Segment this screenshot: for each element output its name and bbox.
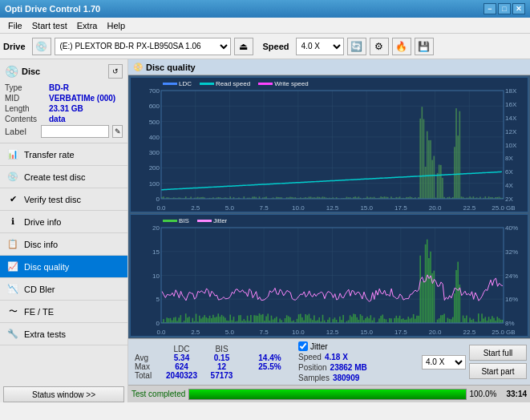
- nav-disc-quality-label: Disc quality: [24, 262, 69, 272]
- nav-drive-info[interactable]: ℹ Drive info: [0, 211, 127, 233]
- max-bis: 12: [204, 362, 240, 371]
- menu-help[interactable]: Help: [102, 19, 130, 32]
- fe-te-icon: 〜: [6, 305, 19, 318]
- mid-value: VERBATIMe (000): [49, 94, 115, 103]
- progress-percent: 100.0%: [470, 390, 497, 398]
- disc-info-icon: 📋: [6, 238, 19, 251]
- cd-bler-icon: 📉: [6, 283, 19, 296]
- toolbar: Drive 💿 (E:) PLEXTOR BD-R PX-LB950SA 1.0…: [0, 34, 530, 59]
- drive-select[interactable]: (E:) PLEXTOR BD-R PX-LB950SA 1.06: [55, 38, 231, 55]
- jitter-checkbox[interactable]: [298, 341, 308, 351]
- nav-create-test-disc-label: Create test disc: [24, 172, 85, 182]
- total-label: Total: [131, 371, 160, 380]
- menu-file[interactable]: File: [3, 19, 27, 32]
- close-button[interactable]: ✕: [512, 3, 525, 14]
- speed-select[interactable]: 4.0 X: [296, 38, 344, 55]
- test-speed-select[interactable]: 4.0 X: [422, 355, 466, 370]
- label-input[interactable]: [41, 125, 109, 138]
- legend-bis: BIS: [163, 217, 189, 224]
- drive-info-icon: ℹ: [6, 216, 19, 228]
- progress-bar-outer: [188, 389, 466, 400]
- status-progress-bar: Test completed 100.0% 33:14: [128, 385, 530, 402]
- panel-header: 📀 Disc quality: [128, 59, 530, 75]
- avg-jitter: 14.4%: [248, 353, 292, 362]
- nav-cd-bler[interactable]: 📉 CD Bler: [0, 278, 127, 301]
- label-label: Label: [5, 127, 38, 136]
- jitter-label: Jitter: [310, 342, 328, 351]
- stats-table: LDC BIS Avg 5.34 0.15 14.4%: [131, 345, 292, 380]
- position-row: Position 23862 MB: [298, 363, 367, 372]
- progress-bar-inner: [189, 390, 465, 399]
- drive-label: Drive: [3, 42, 26, 51]
- nav-transfer-rate[interactable]: 📊 Transfer rate: [0, 143, 127, 166]
- disc-quality-icon: 📈: [6, 260, 19, 273]
- avg-ldc: 5.34: [160, 353, 204, 362]
- settings-button[interactable]: ⚙: [370, 38, 389, 55]
- main-area: 💿 Disc ↺ Type BD-R MID VERBATIMe (000) L…: [0, 59, 530, 402]
- length-value: 23.31 GB: [49, 104, 83, 113]
- legend-jitter: Jitter: [197, 217, 227, 224]
- status-window-btn[interactable]: Status window >>: [3, 386, 124, 402]
- legend-write-speed: Write speed: [258, 80, 309, 87]
- transfer-rate-icon: 📊: [6, 148, 19, 161]
- ldc-chart: [131, 78, 528, 212]
- samples-row: Samples 380909: [298, 374, 367, 382]
- maximize-button[interactable]: □: [498, 3, 511, 14]
- nav-fe-te-label: FE / TE: [24, 307, 54, 317]
- jitter-check-row: Jitter: [298, 341, 367, 351]
- drive-icon-btn[interactable]: 💿: [32, 38, 51, 55]
- legend-ldc: LDC: [163, 80, 192, 87]
- nav-disc-quality[interactable]: 📈 Disc quality: [0, 256, 127, 278]
- max-ldc: 624: [160, 362, 204, 371]
- speed-action-panel: 4.0 X Start full Start part: [422, 345, 527, 379]
- bis-jitter-chart: [131, 215, 528, 336]
- type-value: BD-R: [49, 83, 69, 92]
- start-part-button[interactable]: Start part: [469, 363, 527, 379]
- jitter-speed-panel: Jitter Speed 4.18 X Position 23862 MB Sa…: [298, 341, 367, 382]
- save-button[interactable]: 💾: [415, 38, 434, 55]
- elapsed-time: 33:14: [506, 390, 527, 398]
- max-jitter: 25.5%: [248, 362, 292, 371]
- refresh-button[interactable]: 🔄: [347, 38, 366, 55]
- position-value: 23862 MB: [330, 363, 367, 372]
- extra-tests-icon: 🔧: [6, 328, 19, 341]
- nav-verify-test-disc-label: Verify test disc: [24, 195, 81, 204]
- nav-create-test-disc[interactable]: 💿 Create test disc: [0, 166, 127, 188]
- menu-start-test[interactable]: Start test: [27, 19, 72, 32]
- nav-verify-test-disc[interactable]: ✔ Verify test disc: [0, 188, 127, 211]
- contents-label: Contents: [5, 115, 49, 123]
- eject-button[interactable]: ⏏: [234, 38, 253, 55]
- nav-transfer-rate-label: Transfer rate: [24, 150, 75, 160]
- start-full-button[interactable]: Start full: [469, 345, 527, 361]
- speed-row: Speed 4.18 X: [298, 353, 367, 361]
- avg-label: Avg: [131, 353, 160, 362]
- position-text-label: Position: [298, 363, 327, 372]
- menu-extra[interactable]: Extra: [72, 19, 103, 32]
- length-label: Length: [5, 104, 49, 113]
- total-bis: 57173: [204, 371, 240, 380]
- verify-test-disc-icon: ✔: [6, 193, 19, 206]
- avg-bis: 0.15: [204, 353, 240, 362]
- app-title: Opti Drive Control 1.70: [5, 4, 100, 14]
- total-ldc: 2040323: [160, 371, 204, 380]
- sidebar: 💿 Disc ↺ Type BD-R MID VERBATIMe (000) L…: [0, 59, 128, 402]
- speed-label: Speed: [263, 42, 289, 51]
- burn-button[interactable]: 🔥: [392, 38, 411, 55]
- avg-speed-val: 4.18 X: [325, 353, 348, 361]
- disc-icon: 💿: [5, 65, 18, 78]
- nav-extra-tests[interactable]: 🔧 Extra tests: [0, 323, 127, 345]
- nav-extra-tests-label: Extra tests: [24, 329, 66, 339]
- create-test-disc-icon: 💿: [6, 171, 19, 184]
- nav-disc-info[interactable]: 📋 Disc info: [0, 233, 127, 256]
- contents-value: data: [49, 115, 66, 123]
- menu-bar: File Start test Extra Help: [0, 18, 530, 34]
- speed-text-label: Speed: [298, 353, 322, 361]
- disc-refresh-btn[interactable]: ↺: [108, 64, 123, 79]
- samples-value: 380909: [333, 374, 359, 382]
- nav-fe-te[interactable]: 〜 FE / TE: [0, 301, 127, 323]
- minimize-button[interactable]: −: [483, 3, 496, 14]
- nav-drive-info-label: Drive info: [24, 217, 61, 227]
- nav-cd-bler-label: CD Bler: [24, 285, 55, 294]
- label-edit-btn[interactable]: ✎: [112, 125, 123, 138]
- type-label: Type: [5, 83, 49, 92]
